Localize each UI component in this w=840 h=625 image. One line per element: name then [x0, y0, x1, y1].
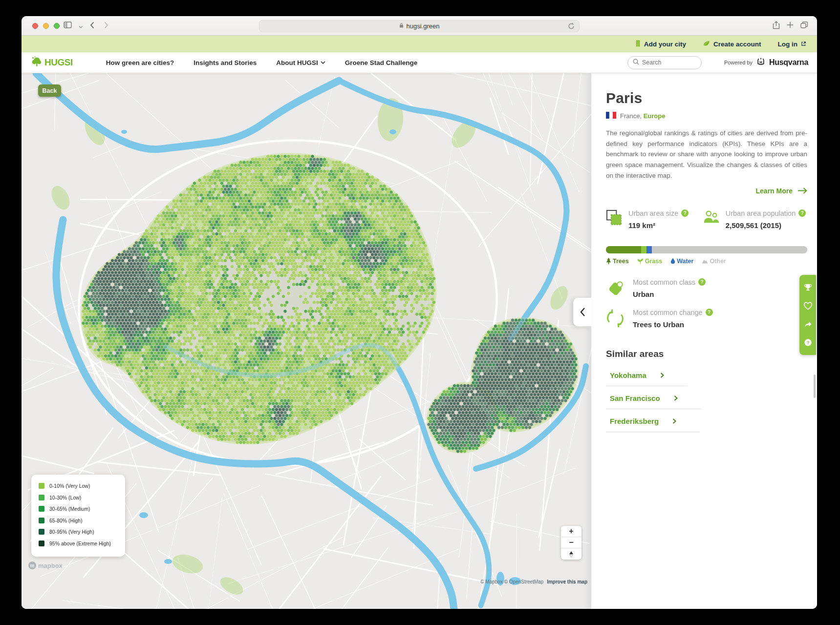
mapbox-logo[interactable]: m mapbox: [28, 562, 63, 569]
country-label: France,: [620, 112, 642, 120]
url-text: hugsi.green: [407, 22, 440, 30]
share-arrow-icon: [804, 320, 812, 328]
similar-area-san-francisco[interactable]: San Francisco: [606, 386, 701, 409]
improve-map-link[interactable]: Improve this map: [547, 579, 587, 584]
external-link-icon: [801, 41, 806, 48]
panel-scrollbar[interactable]: [814, 375, 816, 398]
new-tab-icon[interactable]: [787, 21, 794, 30]
landcover-bar: [606, 246, 807, 253]
stat-urban-area-population: Urban area population? 2,509,561 (2015): [703, 209, 806, 229]
sidebar-toggle-icon[interactable]: [64, 21, 72, 30]
legend-swatch: [39, 506, 44, 512]
ranking-trophy-button[interactable]: [804, 282, 812, 293]
legend-item: 95% above (Extreme High): [39, 541, 118, 546]
back-button[interactable]: Back: [38, 84, 61, 97]
create-account-link[interactable]: Create account: [703, 40, 761, 48]
lock-icon: [399, 22, 404, 30]
legend-item: 30-65% (Medium): [39, 506, 118, 512]
tree-icon: [606, 258, 611, 264]
zoom-out-button[interactable]: −: [561, 537, 582, 548]
france-flag-icon: [606, 112, 616, 120]
city-panel: Paris France, Europe The regional/global…: [591, 73, 817, 609]
legend-swatch: [39, 541, 44, 546]
add-your-city-link[interactable]: Add your city: [635, 40, 686, 48]
forward-nav-icon[interactable]: [104, 21, 108, 31]
legend-item: 80-95% (Very High): [39, 529, 118, 535]
legend-item: 0-10% (Very Low): [39, 483, 118, 489]
minimize-window-button[interactable]: [43, 23, 49, 29]
url-bar[interactable]: hugsi.green: [259, 20, 580, 32]
hugsi-logo[interactable]: HUGSI: [30, 56, 73, 69]
map-attribution: © Mapbox © OpenStreetMap Improve this ma…: [480, 579, 587, 584]
chevron-right-icon: [674, 396, 678, 401]
nav-item-insights[interactable]: Insights and Stories: [194, 59, 257, 66]
share-button[interactable]: [804, 318, 812, 330]
help-button[interactable]: ?: [804, 336, 812, 348]
region-link[interactable]: Europe: [644, 112, 666, 120]
learn-more-link[interactable]: Learn More: [606, 187, 807, 195]
tree-logo-icon: [30, 56, 42, 69]
legend-swatch: [39, 483, 44, 489]
chevron-down-icon[interactable]: [79, 21, 83, 30]
similar-areas-title: Similar areas: [606, 349, 807, 359]
browser-chrome: hugsi.green: [22, 16, 817, 36]
close-window-button[interactable]: [32, 23, 38, 29]
svg-text:?: ?: [806, 340, 809, 345]
maximize-window-button[interactable]: [54, 23, 60, 29]
help-icon[interactable]: ?: [681, 209, 689, 217]
husqvarna-icon: H: [756, 57, 765, 68]
search-box[interactable]: [627, 56, 702, 69]
husqvarna-wordmark: Husqvarna: [769, 58, 808, 67]
help-icon[interactable]: ?: [798, 209, 806, 217]
similar-area-yokohama[interactable]: Yokohama: [606, 363, 688, 386]
question-icon: ?: [804, 338, 812, 347]
svg-text:H: H: [759, 60, 762, 64]
droplet-icon: [670, 258, 675, 264]
brand-name: HUGSI: [44, 57, 73, 68]
heart-icon: [803, 302, 813, 310]
tilt-control-button[interactable]: [561, 548, 582, 560]
chevron-down-icon: [321, 61, 325, 64]
search-input[interactable]: [642, 59, 696, 66]
bar-segment-grass: [641, 246, 646, 253]
cycle-arrows-icon: [606, 309, 625, 330]
window-controls: [32, 23, 60, 29]
legend-swatch: [39, 518, 44, 523]
map-area: Back 0-10% (Very Low) 10-30% (Low) 30-65…: [22, 73, 591, 609]
zoom-in-button[interactable]: +: [561, 526, 582, 537]
legend-swatch: [39, 495, 44, 500]
panel-collapse-button[interactable]: [573, 298, 592, 326]
most-common-class-value: Urban: [633, 290, 706, 298]
main-nav: HUGSI How green are cities? Insights and…: [22, 52, 817, 73]
chevron-right-icon: [660, 373, 664, 378]
bar-segment-other: [652, 246, 807, 253]
log-in-link[interactable]: Log in: [778, 41, 807, 48]
urban-area-size-value: 119 km²: [628, 221, 689, 229]
arrow-right-icon: [797, 188, 807, 194]
share-page-icon[interactable]: [773, 21, 780, 31]
bar-legend-water: Water: [670, 258, 693, 265]
bar-legend-other: Other: [702, 258, 726, 265]
help-icon[interactable]: ?: [706, 309, 713, 316]
legend-item: 10-30% (Low): [39, 495, 118, 500]
browser-window: hugsi.green Add your city Create account…: [22, 16, 817, 609]
account-bar: Add your city Create account Log in: [22, 36, 817, 52]
tag-icon: [606, 278, 625, 301]
nav-item-how-green[interactable]: How green are cities?: [106, 59, 174, 66]
reload-icon[interactable]: [568, 22, 575, 31]
page-title: Paris: [606, 90, 807, 106]
similar-area-frederiksberg[interactable]: Frederiksberg: [606, 409, 700, 432]
population-value: 2,509,561 (2015): [726, 221, 806, 229]
nav-item-groene-stad[interactable]: Groene Stad Challenge: [345, 59, 418, 66]
powered-by: Powered by H Husqvarna: [724, 57, 808, 68]
sprout-icon: [637, 258, 644, 264]
area-icon: [606, 209, 622, 229]
back-nav-icon[interactable]: [90, 21, 94, 31]
leaf-icon: [703, 40, 710, 48]
help-icon[interactable]: ?: [698, 278, 706, 286]
favorite-heart-button[interactable]: [803, 300, 813, 312]
tab-overview-icon[interactable]: [800, 21, 808, 30]
building-icon: [635, 40, 641, 48]
most-common-change-value: Trees to Urban: [633, 320, 713, 329]
nav-item-about[interactable]: About HUGSI: [276, 59, 325, 66]
